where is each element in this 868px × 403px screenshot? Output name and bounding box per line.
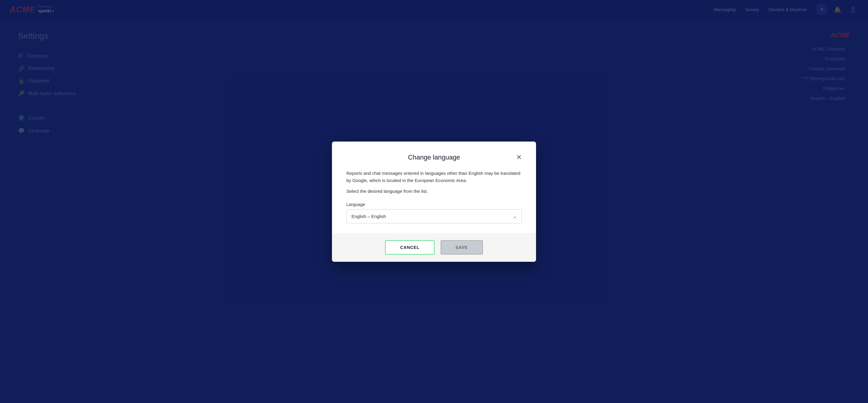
- language-select-wrapper: English – English Spanish – Español Fren…: [346, 209, 522, 224]
- language-select[interactable]: English – English Spanish – Español Fren…: [346, 209, 522, 224]
- modal-title: Change language: [408, 154, 460, 161]
- language-label: Language: [346, 202, 522, 207]
- modal-body: Change language ✕ Reports and chat messa…: [332, 141, 536, 233]
- modal-desc-1: Reports and chat messages entered in lan…: [346, 170, 522, 184]
- modal-header: Change language ✕: [346, 154, 522, 161]
- change-language-modal: Change language ✕ Reports and chat messa…: [332, 141, 536, 262]
- modal-overlay: Change language ✕ Reports and chat messa…: [0, 0, 868, 403]
- modal-footer: CANCEL SAVE: [332, 233, 536, 262]
- save-button[interactable]: SAVE: [441, 240, 483, 255]
- modal-description: Reports and chat messages entered in lan…: [346, 170, 522, 195]
- modal-desc-2: Select the desired language from the lis…: [346, 188, 522, 195]
- cancel-button[interactable]: CANCEL: [385, 240, 434, 255]
- modal-close-button[interactable]: ✕: [516, 154, 522, 161]
